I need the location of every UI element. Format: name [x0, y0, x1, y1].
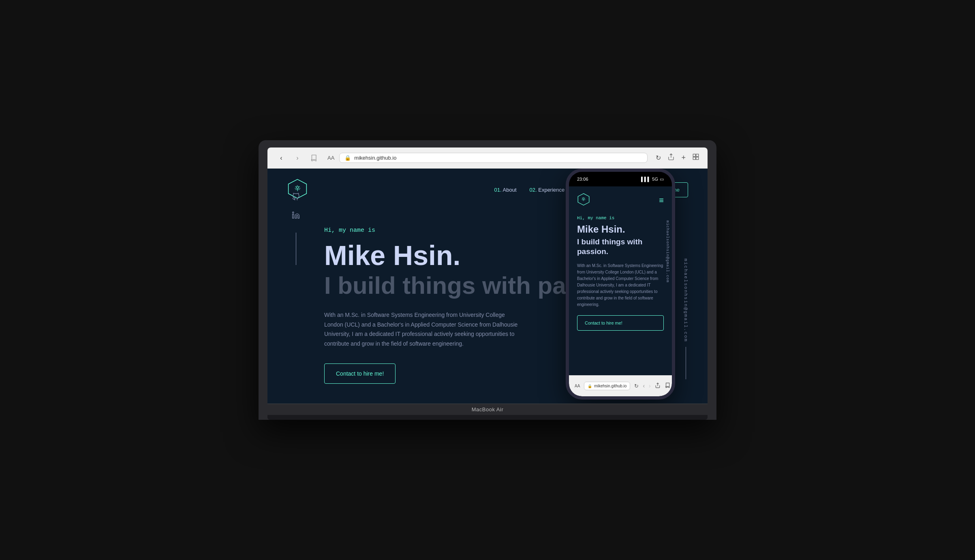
- macbook-model-label: MacBook Air: [472, 406, 503, 413]
- phone-greeting: Hi, my name is: [577, 216, 664, 220]
- signal-icon: ▌▌▌: [641, 177, 650, 182]
- phone-address-bar[interactable]: 🔒 mikehsin.github.io: [584, 382, 630, 390]
- phone-refresh-button[interactable]: ↻: [634, 383, 639, 389]
- refresh-button[interactable]: ↻: [656, 154, 661, 162]
- lock-icon: 🔒: [344, 155, 351, 161]
- phone-tabs-btn[interactable]: [674, 383, 675, 389]
- aa-label[interactable]: AA: [327, 155, 334, 161]
- phone-aa-label: AA: [575, 384, 580, 388]
- phone-bookmarks-btn[interactable]: [665, 383, 670, 389]
- hero-cta-button[interactable]: Contact to hire me!: [324, 363, 396, 384]
- svg-rect-12: [675, 383, 675, 385]
- address-bar[interactable]: 🔒 mikehsin.github.io: [339, 153, 648, 163]
- phone-browser-bar: AA 🔒 mikehsin.github.io ↻ ‹ ›: [569, 375, 672, 396]
- phone-website-content: 辛 ≡ Hi, my name is Mike Hsin. I build th…: [569, 186, 672, 375]
- phone-browser-btns: ‹ ›: [643, 383, 675, 389]
- svg-rect-1: [693, 154, 695, 156]
- phone-url: mikehsin.github.io: [594, 384, 626, 388]
- phone-cta-button[interactable]: Contact to hire me!: [577, 315, 664, 331]
- macbook-laptop: ‹ › AA 🔒 mikehsin.github.io ↻: [259, 140, 716, 420]
- svg-rect-3: [693, 157, 695, 160]
- tabs-button[interactable]: [692, 153, 699, 162]
- phone-status-bar: 23:06 ▌▌▌ 5G ▭: [569, 172, 672, 186]
- phone-bio: With an M.Sc. in Software Systems Engine…: [577, 263, 664, 308]
- phone-share-btn[interactable]: [655, 383, 661, 389]
- phone-logo[interactable]: 辛: [577, 193, 590, 207]
- phone-name: Mike Hsin.: [577, 224, 664, 235]
- phone-tagline: I build things with passion.: [577, 237, 664, 257]
- email-sidebar: michaelsonhsin@gmail.com: [683, 259, 688, 379]
- browser-nav-buttons: ‹ ›: [276, 152, 319, 164]
- nav-about[interactable]: 01. About: [494, 187, 517, 193]
- phone-fwd-btn[interactable]: ›: [649, 383, 651, 389]
- phone-nav: 辛 ≡: [577, 193, 664, 207]
- network-type: 5G: [652, 177, 658, 182]
- email-text: michaelsonhsin@gmail.com: [683, 259, 688, 342]
- github-icon[interactable]: [292, 193, 300, 203]
- svg-rect-14: [675, 386, 675, 388]
- new-tab-button[interactable]: +: [681, 154, 686, 162]
- website-content: 辛 01. About 02. Experience 03. Work 04. …: [267, 169, 708, 404]
- svg-text:辛: 辛: [582, 197, 586, 201]
- forward-button[interactable]: ›: [292, 152, 303, 164]
- nav-experience[interactable]: 02. Experience: [530, 187, 565, 193]
- back-button[interactable]: ‹: [276, 152, 287, 164]
- phone-hamburger-menu[interactable]: ≡: [659, 196, 664, 205]
- email-line: [686, 347, 686, 379]
- url-text: mikehsin.github.io: [354, 155, 396, 161]
- svg-rect-4: [696, 157, 699, 160]
- hero-bio: With an M.Sc. in Software Systems Engine…: [324, 310, 519, 349]
- phone-back-btn[interactable]: ‹: [643, 383, 645, 389]
- browser-chrome: ‹ › AA 🔒 mikehsin.github.io ↻: [267, 147, 708, 169]
- macbook-bottom-bar: MacBook Air: [267, 404, 708, 415]
- svg-rect-2: [696, 154, 699, 156]
- bookmarks-button[interactable]: [308, 152, 319, 164]
- macbook-footer: [267, 415, 708, 420]
- phone-overlay: 23:06 ▌▌▌ 5G ▭ 辛: [566, 169, 683, 404]
- svg-text:辛: 辛: [295, 185, 301, 192]
- phone-email-side: michaelsonhsin@gmail.com: [665, 220, 669, 283]
- phone-time: 23:06: [577, 177, 588, 182]
- share-button[interactable]: [667, 153, 675, 162]
- battery-icon: ▭: [660, 177, 664, 182]
- laptop-screen: ‹ › AA 🔒 mikehsin.github.io ↻: [267, 147, 708, 404]
- phone-frame: 23:06 ▌▌▌ 5G ▭ 辛: [566, 169, 675, 400]
- phone-status-right: ▌▌▌ 5G ▭: [641, 177, 664, 182]
- browser-action-buttons: ↻ +: [656, 153, 699, 162]
- phone-lock-icon: 🔒: [588, 384, 592, 388]
